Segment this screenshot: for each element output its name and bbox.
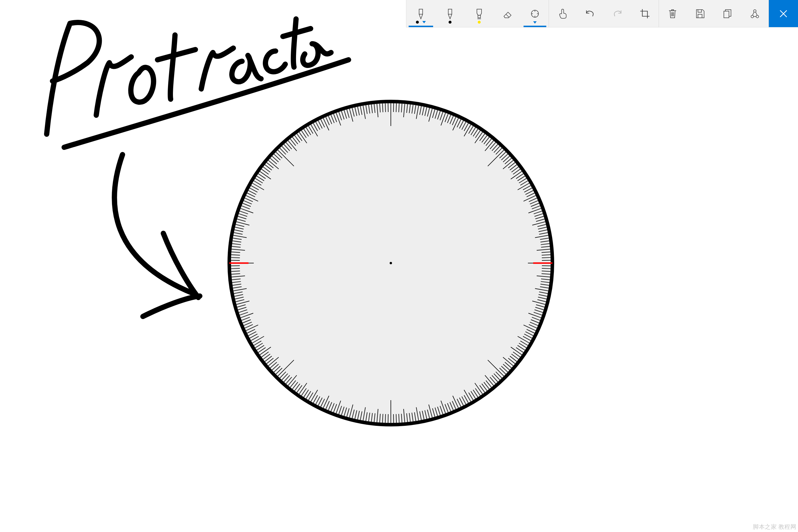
svg-line-191	[231, 258, 240, 258]
pen-icon	[415, 7, 427, 20]
svg-point-4	[756, 15, 759, 18]
svg-line-187	[231, 268, 240, 269]
undo-icon	[584, 7, 596, 20]
pencil-pen-button[interactable]	[435, 0, 464, 27]
delete-button[interactable]	[659, 0, 686, 27]
svg-line-278	[388, 103, 388, 112]
pen-color-swatch	[416, 21, 419, 24]
ballpoint-pen-button[interactable]	[406, 0, 435, 27]
close-button[interactable]	[769, 0, 798, 27]
eraser-button[interactable]	[494, 0, 521, 27]
ink-toolbar	[406, 0, 798, 27]
share-button[interactable]	[741, 0, 768, 27]
ruler-button[interactable]	[521, 0, 549, 27]
svg-point-371	[390, 262, 392, 264]
redo-button	[604, 0, 631, 27]
svg-line-281	[396, 103, 396, 112]
touch-writing-button[interactable]	[549, 0, 576, 27]
copy-button[interactable]	[714, 0, 741, 27]
save-icon	[694, 7, 706, 20]
svg-line-280	[394, 103, 394, 112]
crop-icon	[639, 7, 651, 20]
svg-line-98	[394, 414, 394, 423]
chevron-down-icon	[422, 21, 426, 23]
pen-icon	[444, 7, 456, 20]
pen-color-swatch	[449, 21, 452, 24]
crop-button[interactable]	[631, 0, 659, 27]
svg-line-100	[388, 414, 388, 423]
highlighter-icon	[473, 7, 485, 20]
highlighter-pen-button[interactable]	[464, 0, 494, 27]
pen-color-swatch	[478, 21, 481, 24]
trash-icon	[666, 7, 679, 20]
save-button[interactable]	[686, 0, 714, 27]
close-icon	[778, 9, 788, 19]
touch-icon	[556, 7, 569, 20]
svg-line-10	[542, 266, 551, 266]
redo-icon	[611, 7, 624, 20]
file-group	[659, 0, 769, 27]
svg-line-190	[231, 260, 240, 261]
svg-point-3	[751, 15, 754, 18]
actions-group	[549, 0, 659, 27]
copy-icon	[721, 7, 734, 20]
selected-indicator	[524, 26, 546, 27]
svg-line-368	[542, 260, 551, 261]
selected-indicator	[408, 26, 433, 27]
svg-line-97	[396, 414, 396, 423]
svg-rect-1	[724, 11, 729, 18]
svg-line-188	[231, 266, 240, 266]
protractor-tool[interactable]	[228, 100, 554, 426]
undo-button[interactable]	[576, 0, 604, 27]
share-icon	[749, 7, 761, 20]
svg-point-2	[754, 10, 756, 12]
pens-group	[406, 0, 549, 27]
eraser-icon	[501, 7, 514, 20]
watermark: 脚本之家 教程网	[753, 523, 796, 531]
svg-line-11	[542, 268, 551, 269]
chevron-down-icon	[533, 21, 537, 24]
svg-line-367	[542, 258, 551, 258]
ruler-icon	[529, 7, 541, 20]
